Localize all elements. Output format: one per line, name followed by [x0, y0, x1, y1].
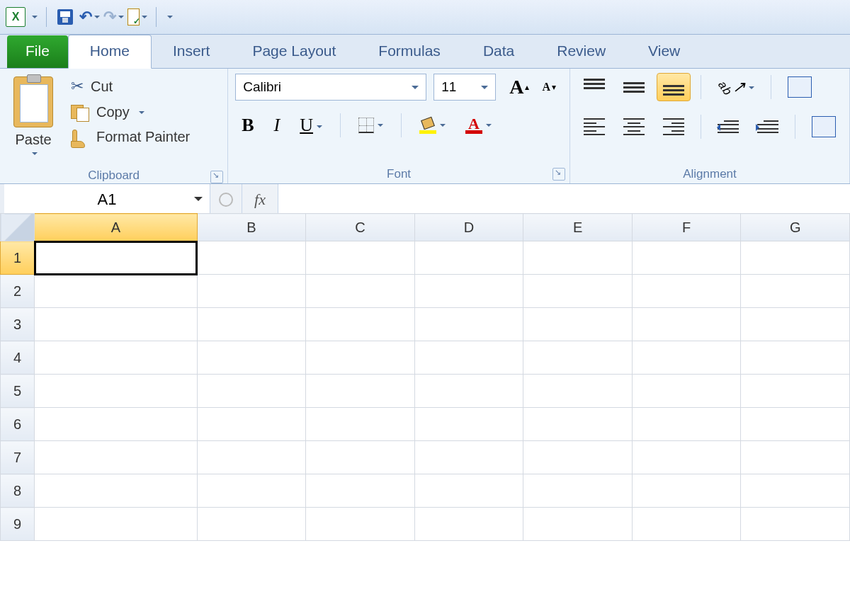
cut-button[interactable]: ✂ Cut — [67, 76, 194, 97]
format-painter-button[interactable]: Format Painter — [67, 127, 194, 147]
column-header-F[interactable]: F — [632, 214, 741, 241]
cell[interactable] — [741, 474, 850, 508]
cell[interactable] — [197, 275, 306, 308]
cell[interactable] — [306, 275, 415, 308]
cell[interactable] — [414, 408, 523, 441]
cell[interactable] — [306, 308, 415, 341]
align-center-button[interactable] — [617, 113, 651, 141]
cell[interactable] — [632, 241, 741, 275]
row-header-1[interactable]: 1 — [1, 241, 35, 275]
cell[interactable] — [523, 508, 633, 541]
cell[interactable] — [35, 375, 198, 408]
qat-save-button[interactable] — [55, 7, 75, 27]
borders-dropdown-icon[interactable] — [375, 120, 383, 132]
formula-input[interactable] — [278, 184, 850, 215]
cell[interactable] — [632, 341, 741, 375]
spreadsheet-grid[interactable]: A B C D E F G 1 2 3 4 5 6 7 8 9 — [0, 213, 850, 616]
cell[interactable] — [35, 275, 198, 308]
row-header-2[interactable]: 2 — [1, 275, 35, 308]
tab-view[interactable]: View — [627, 35, 701, 68]
align-top-button[interactable] — [577, 73, 611, 101]
cell[interactable] — [741, 408, 850, 441]
qat-redo-button[interactable]: ↷ — [103, 7, 123, 27]
cell-A1[interactable] — [35, 241, 198, 275]
cell[interactable] — [741, 241, 850, 275]
cell[interactable] — [35, 508, 198, 541]
row-header-5[interactable]: 5 — [1, 375, 35, 408]
column-header-E[interactable]: E — [523, 214, 633, 241]
cell[interactable] — [197, 375, 306, 408]
column-header-D[interactable]: D — [414, 214, 523, 241]
tab-file[interactable]: File — [7, 35, 68, 68]
cell[interactable] — [35, 474, 198, 508]
row-header-8[interactable]: 8 — [1, 474, 35, 508]
copy-dropdown-icon[interactable] — [137, 104, 144, 120]
align-left-button[interactable] — [577, 113, 611, 141]
excel-app-icon[interactable] — [6, 7, 26, 27]
paste-dropdown-icon[interactable] — [30, 148, 38, 160]
cell[interactable] — [741, 441, 850, 474]
cell[interactable] — [523, 441, 633, 474]
shrink-font-button[interactable]: A▾ — [536, 73, 562, 101]
cell[interactable] — [632, 441, 741, 474]
italic-button[interactable]: I — [268, 111, 287, 139]
row-header-3[interactable]: 3 — [1, 308, 35, 341]
cell[interactable] — [306, 441, 415, 474]
borders-button[interactable] — [352, 111, 390, 139]
cell[interactable] — [306, 341, 415, 375]
cell[interactable] — [306, 241, 415, 275]
cell[interactable] — [414, 375, 523, 408]
cell[interactable] — [35, 441, 198, 474]
tab-data[interactable]: Data — [462, 35, 536, 68]
font-name-combo[interactable]: Calibri — [235, 74, 426, 101]
cell[interactable] — [523, 375, 633, 408]
cell[interactable] — [197, 341, 306, 375]
cell[interactable] — [414, 275, 523, 308]
underline-dropdown-icon[interactable] — [314, 115, 322, 136]
decrease-indent-button[interactable] — [711, 113, 745, 141]
fill-color-button[interactable] — [413, 111, 452, 139]
cell[interactable] — [414, 508, 523, 541]
cell[interactable] — [632, 408, 741, 441]
cell[interactable] — [35, 308, 198, 341]
cell[interactable] — [414, 241, 523, 275]
tab-page-layout[interactable]: Page Layout — [231, 35, 357, 68]
cell[interactable] — [35, 341, 198, 375]
tab-formulas[interactable]: Formulas — [357, 35, 462, 68]
cell[interactable] — [632, 308, 741, 341]
undo-dropdown-icon[interactable] — [92, 11, 100, 23]
cell[interactable] — [741, 275, 850, 308]
customize-qat-dropdown-icon[interactable] — [165, 11, 173, 23]
underline-button[interactable]: U — [293, 111, 329, 139]
cell[interactable] — [632, 275, 741, 308]
cell[interactable] — [741, 308, 850, 341]
cell[interactable] — [523, 241, 633, 275]
cell[interactable] — [741, 341, 850, 375]
cell[interactable] — [197, 474, 306, 508]
cell[interactable] — [523, 275, 633, 308]
cell[interactable] — [306, 508, 415, 541]
cell[interactable] — [741, 375, 850, 408]
insert-function-button[interactable]: fx — [242, 184, 278, 215]
cell[interactable] — [197, 441, 306, 474]
row-header-6[interactable]: 6 — [1, 408, 35, 441]
cell[interactable] — [414, 441, 523, 474]
tab-home[interactable]: Home — [68, 35, 152, 69]
align-bottom-button[interactable] — [657, 73, 691, 101]
cell[interactable] — [632, 474, 741, 508]
cell[interactable] — [523, 341, 633, 375]
paste-button[interactable]: Paste — [7, 73, 60, 164]
font-size-combo[interactable]: 11 — [434, 74, 496, 101]
row-header-9[interactable]: 9 — [1, 508, 35, 541]
name-box[interactable]: A1 — [4, 184, 210, 215]
font-color-button[interactable]: A — [459, 111, 498, 139]
cell[interactable] — [306, 375, 415, 408]
grow-font-button[interactable]: A▴ — [503, 73, 536, 101]
row-header-7[interactable]: 7 — [1, 441, 35, 474]
qat-undo-button[interactable]: ↶ — [79, 7, 99, 27]
cell[interactable] — [197, 408, 306, 441]
redo-dropdown-icon[interactable] — [116, 11, 124, 23]
font-launcher-icon[interactable] — [552, 168, 565, 181]
tab-insert[interactable]: Insert — [152, 35, 232, 68]
name-box-dropdown-icon[interactable] — [194, 197, 203, 205]
